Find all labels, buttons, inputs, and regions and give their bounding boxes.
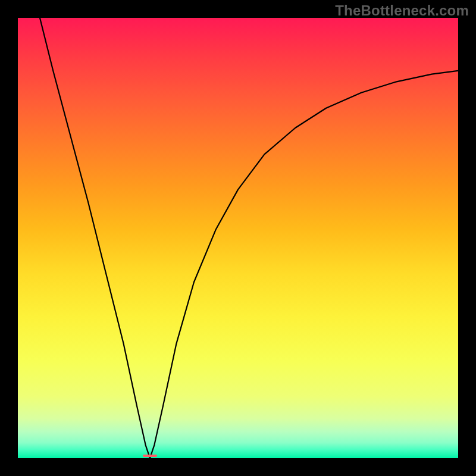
plot-svg xyxy=(18,18,458,458)
bottleneck-curve xyxy=(40,18,458,458)
plot-area xyxy=(18,18,458,458)
chart-frame: TheBottleneck.com xyxy=(0,0,476,476)
watermark-text: TheBottleneck.com xyxy=(335,2,469,19)
